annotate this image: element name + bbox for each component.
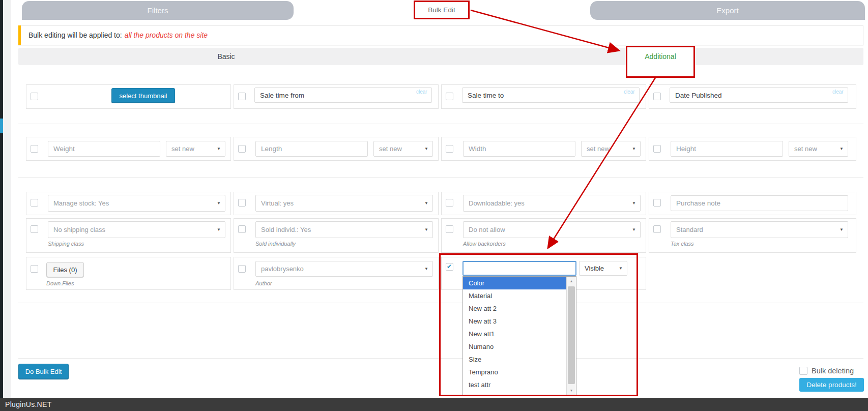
delete-products-button[interactable]: Delete products! <box>799 378 864 392</box>
author-sublabel: Author <box>255 280 272 286</box>
chevron-down-icon: ▼ <box>217 195 221 211</box>
checkbox-allow-backorders[interactable] <box>446 225 453 233</box>
scrollbar-thumb[interactable] <box>568 286 575 384</box>
subtab-additional[interactable]: Additional <box>627 48 693 65</box>
tax-class-select[interactable]: Standard▼ <box>671 221 848 238</box>
chevron-down-icon: ▼ <box>424 222 428 238</box>
checkbox-date-published[interactable] <box>653 93 661 100</box>
checkbox-width[interactable] <box>446 145 453 153</box>
chevron-down-icon: ▼ <box>632 195 636 211</box>
branding-text: PluginUs.NET <box>5 398 52 411</box>
divider <box>18 124 863 124</box>
allow-backorders-sublabel: Allow backorders <box>463 241 506 247</box>
dropdown-scrollbar[interactable]: ▲ ▼ <box>566 277 576 395</box>
downloadable-select[interactable]: Downloadable: yes▼ <box>463 195 641 212</box>
sale-time-from-input[interactable] <box>254 87 432 103</box>
checkbox-downloadable-files[interactable] <box>31 265 38 273</box>
attribute-search-input[interactable] <box>462 261 576 276</box>
checkbox-purchase-note[interactable] <box>653 199 661 207</box>
bulk-deleting-label: Bulk deleting <box>812 367 854 375</box>
height-mode-select[interactable]: set new▼ <box>789 141 848 157</box>
checkbox-author[interactable] <box>238 265 246 273</box>
sold-individually-select[interactable]: Sold individ.: Yes▼ <box>255 221 433 238</box>
chevron-down-icon: ▼ <box>619 261 623 275</box>
virtual-select[interactable]: Virtual: yes▼ <box>255 195 433 212</box>
length-mode-select[interactable]: set new▼ <box>373 141 433 157</box>
chevron-down-icon: ▼ <box>840 222 844 238</box>
dropdown-item[interactable]: Size <box>463 353 576 366</box>
checkbox-length[interactable] <box>238 145 246 153</box>
weight-input[interactable] <box>48 141 160 157</box>
admin-background-strip <box>3 0 11 398</box>
checkbox-sale-time-from[interactable] <box>238 93 246 100</box>
checkbox-virtual[interactable] <box>238 199 246 207</box>
checkbox-shipping-class[interactable] <box>31 225 38 233</box>
select-thumbnail-button[interactable]: select thumbnail <box>111 88 175 103</box>
shipping-class-select[interactable]: No shipping class▼ <box>48 221 225 238</box>
date-published-input[interactable] <box>670 87 848 103</box>
dropdown-item-partial[interactable] <box>463 391 576 395</box>
attribute-dropdown-list: Color Material New att 2 New att 3 New a… <box>462 276 576 395</box>
shipping-class-sublabel: Shipping class <box>48 241 84 247</box>
dropdown-item[interactable]: New att 2 <box>463 302 576 315</box>
notice-accent-bar <box>18 25 21 45</box>
chevron-down-icon: ▼ <box>424 141 428 156</box>
sold-individually-sublabel: Sold individually <box>255 241 296 247</box>
chevron-down-icon: ▼ <box>632 222 636 238</box>
files-sublabel: Down.Files <box>46 280 74 286</box>
tab-bulk-edit[interactable]: Bulk Edit <box>415 2 468 18</box>
dropdown-item[interactable]: New att 3 <box>463 315 576 328</box>
checkbox-attributes[interactable] <box>446 263 453 271</box>
dropdown-item[interactable]: Color <box>463 277 576 289</box>
height-input[interactable] <box>671 141 783 157</box>
checkbox-thumbnail[interactable] <box>31 93 38 100</box>
checkbox-height[interactable] <box>653 145 661 153</box>
purchase-note-input[interactable] <box>671 195 848 211</box>
checkbox-sale-time-to[interactable] <box>446 93 453 100</box>
chevron-down-icon: ▼ <box>424 261 428 276</box>
checkbox-downloadable[interactable] <box>446 199 453 207</box>
dropdown-item[interactable]: Material <box>463 289 576 302</box>
chevron-down-icon: ▼ <box>217 222 221 238</box>
chevron-down-icon: ▼ <box>840 141 844 156</box>
scrollbar-up-icon[interactable]: ▲ <box>567 277 576 285</box>
divider <box>18 303 863 303</box>
width-mode-select[interactable]: set new▼ <box>581 141 641 157</box>
do-bulk-edit-button[interactable]: Do Bulk Edit <box>18 364 69 379</box>
tab-export[interactable]: Export <box>590 1 865 20</box>
divider <box>18 358 863 359</box>
dropdown-item[interactable]: test attr <box>463 378 576 391</box>
checkbox-manage-stock[interactable] <box>31 199 38 207</box>
dropdown-item[interactable]: Numano <box>463 340 576 353</box>
chevron-down-icon: ▼ <box>424 195 428 211</box>
chevron-down-icon: ▼ <box>217 141 221 156</box>
tax-class-sublabel: Tax class <box>671 241 693 247</box>
chevron-down-icon: ▼ <box>632 141 636 156</box>
checkbox-tax-class[interactable] <box>653 225 661 233</box>
allow-backorders-select[interactable]: Do not allow▼ <box>463 221 641 238</box>
scrollbar-down-icon[interactable]: ▼ <box>567 386 576 395</box>
files-button[interactable]: Files (0) <box>46 262 84 277</box>
date-published-clear-link[interactable]: clear <box>832 89 844 95</box>
length-input[interactable] <box>255 141 368 157</box>
dropdown-item[interactable]: New att1 <box>463 328 576 340</box>
dropdown-item[interactable]: Temprano <box>463 366 576 378</box>
tab-filters[interactable]: Filters <box>22 1 294 20</box>
checkbox-weight[interactable] <box>31 145 38 153</box>
width-input[interactable] <box>463 141 575 157</box>
attribute-visibility-select[interactable]: Visible▼ <box>579 261 627 276</box>
checkbox-sold-individually[interactable] <box>238 225 246 233</box>
sale-time-from-clear-link[interactable]: clear <box>416 89 427 95</box>
sale-time-to-clear-link[interactable]: clear <box>624 89 635 95</box>
footer-bar <box>0 398 868 411</box>
notice-highlight: all the products on the site <box>125 31 208 39</box>
sale-time-to-input[interactable] <box>462 87 640 103</box>
weight-mode-select[interactable]: set new▼ <box>166 141 225 157</box>
subtab-basic[interactable]: Basic <box>18 48 434 65</box>
author-select[interactable]: pavlobrysenko▼ <box>255 261 433 277</box>
notice-text: Bulk editing will be applied to:all the … <box>28 25 208 45</box>
manage-stock-select[interactable]: Manage stock: Yes▼ <box>48 195 225 212</box>
divider <box>18 177 863 178</box>
bulk-deleting-checkbox[interactable] <box>799 367 807 375</box>
notice-prefix: Bulk editing will be applied to: <box>28 31 122 39</box>
